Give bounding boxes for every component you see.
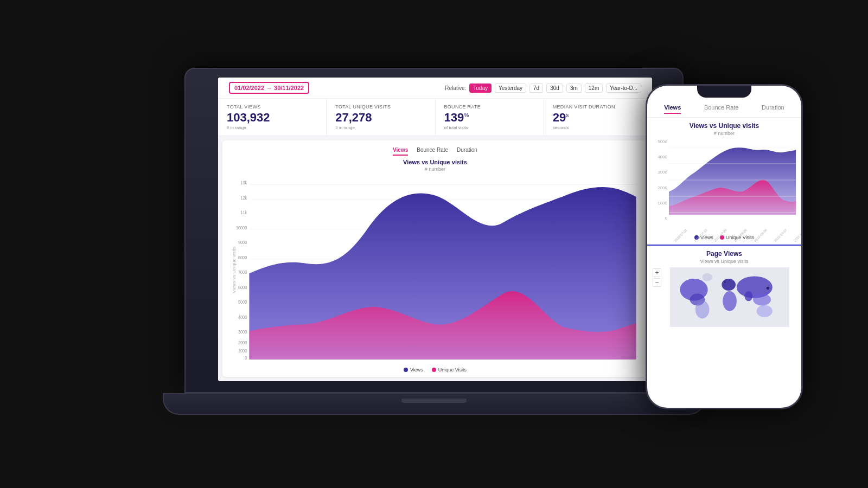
svg-text:4000: 4000 — [238, 314, 247, 320]
svg-text:3000: 3000 — [238, 330, 247, 335]
svg-text:11k: 11k — [240, 210, 247, 216]
legend-views: Views — [404, 367, 423, 373]
stat-unique-visits-sub: # in range — [335, 125, 426, 130]
y-0: 0 — [665, 216, 667, 221]
phone-chart-title: Views vs Unique visits — [653, 122, 796, 130]
page-views-title: Page Views — [653, 250, 796, 258]
stat-duration-sub: seconds — [553, 125, 643, 130]
svg-point-48 — [767, 287, 770, 290]
svg-text:1000: 1000 — [238, 349, 247, 354]
relative-yesterday[interactable]: Yesterday — [495, 84, 526, 93]
page-views-sub: Views vs Unique visits — [653, 259, 796, 264]
svg-text:2022-02: 2022-02 — [264, 364, 278, 365]
top-bar: 01/02/2022 → 30/11/2022 Relative: Today … — [218, 78, 652, 99]
svg-text:7000: 7000 — [238, 270, 247, 275]
phone-screen: Views Bounce Rate Duration Views vs Uniq… — [647, 86, 801, 408]
svg-point-42 — [722, 279, 736, 291]
phone-chart-svg — [669, 139, 796, 221]
relative-label: Relative: — [445, 85, 466, 91]
relative-bar: Relative: Today Yesterday 7d 30d 3m 12m … — [445, 84, 641, 93]
stat-duration-value: 29s — [553, 112, 643, 124]
relative-3m[interactable]: 3m — [566, 84, 582, 93]
phone-body: Views Bounce Rate Duration Views vs Uniq… — [646, 84, 803, 409]
relative-year[interactable]: Year-to-D... — [606, 84, 641, 93]
svg-point-47 — [703, 273, 712, 281]
date-start: 01/02/2022 — [234, 85, 264, 91]
laptop: 01/02/2022 → 30/11/2022 Relative: Today … — [163, 68, 705, 436]
phone-tab-views[interactable]: Views — [664, 104, 681, 114]
svg-text:2022-03: 2022-03 — [303, 364, 318, 365]
phone-chart-section: Views vs Unique visits # number 5000 400… — [647, 118, 801, 246]
relative-today[interactable]: Today — [469, 84, 492, 93]
tab-duration[interactable]: Duration — [457, 147, 477, 156]
phone-chart-area: 5000 4000 3000 2000 1000 0 — [653, 139, 796, 232]
map-zoom-out[interactable]: − — [653, 278, 661, 287]
stat-bounce-value: 139% — [444, 112, 535, 124]
stat-bounce-sub: of total visits — [444, 125, 535, 130]
chart-area: Views Bounce Rate Duration Views vs Uniq… — [222, 140, 648, 377]
stats-row: Total Views 103,932 # in range Total Uni… — [218, 99, 652, 136]
map-container — [663, 267, 796, 327]
svg-point-43 — [723, 291, 737, 311]
svg-text:2022-08: 2022-08 — [513, 364, 527, 365]
stat-unique-visits-value: 27,278 — [335, 112, 426, 124]
svg-text:6000: 6000 — [238, 285, 247, 290]
svg-text:2022-1: 2022-1 — [627, 364, 639, 365]
phone-x-axis: 2022-07-01 2022-07-15 2022-07-29 2022-08… — [669, 221, 796, 232]
phone-chart-sub: # number — [653, 131, 796, 136]
legend-views-dot — [404, 368, 408, 372]
svg-point-41 — [695, 300, 710, 318]
legend-views-label: Views — [410, 367, 423, 373]
legend-unique-label: Unique Visits — [438, 367, 467, 373]
map-zoom-in[interactable]: + — [653, 268, 661, 277]
tab-views[interactable]: Views — [393, 147, 408, 156]
map-controls: + − — [653, 268, 661, 287]
svg-text:2022-10: 2022-10 — [592, 364, 607, 365]
stat-total-views-label: Total Views — [227, 104, 317, 110]
svg-text:2022-05: 2022-05 — [388, 364, 403, 365]
svg-point-45 — [753, 294, 771, 306]
tab-bounce-rate[interactable]: Bounce Rate — [417, 147, 448, 156]
svg-text:12k: 12k — [240, 195, 247, 201]
phone-y-axis: 5000 4000 3000 2000 1000 0 — [653, 139, 669, 221]
relative-7d[interactable]: 7d — [529, 84, 543, 93]
date-arrow-icon: → — [266, 85, 272, 91]
y-3000: 3000 — [658, 170, 667, 175]
laptop-base — [163, 393, 705, 415]
y-4000: 4000 — [658, 155, 667, 159]
stat-duration: Median Visit Duration 29s seconds — [544, 99, 652, 136]
phone-tabs: Views Bounce Rate Duration — [647, 101, 801, 118]
chart-container: 13k 12k 11k 10000 9000 8000 7000 6000 50… — [231, 175, 639, 365]
svg-text:2022-07: 2022-07 — [473, 364, 488, 365]
stat-duration-label: Median Visit Duration — [553, 104, 643, 110]
legend-unique-dot — [432, 368, 436, 372]
stat-bounce-rate: Bounce Rate 139% of total visits — [436, 99, 544, 136]
stat-total-views: Total Views 103,932 # in range — [218, 99, 327, 136]
stat-total-views-value: 103,932 — [227, 112, 317, 124]
svg-text:8000: 8000 — [238, 255, 247, 260]
chart-legend: Views Unique Visits — [231, 367, 639, 373]
relative-30d[interactable]: 30d — [546, 84, 563, 93]
svg-text:5000: 5000 — [238, 300, 247, 305]
y-5000: 5000 — [658, 139, 667, 144]
svg-text:10000: 10000 — [236, 225, 247, 230]
y-2000: 2000 — [658, 185, 667, 190]
page-views-section: Page Views Views vs Unique visits + − — [647, 246, 801, 393]
phone-content: Views Bounce Rate Duration Views vs Uniq… — [647, 101, 801, 393]
date-range[interactable]: 01/02/2022 → 30/11/2022 — [229, 82, 309, 94]
chart-title: Views vs Unique visits — [231, 159, 639, 165]
phone-tab-duration[interactable]: Duration — [762, 104, 784, 114]
phone: Views Bounce Rate Duration Views vs Uniq… — [646, 84, 803, 409]
y-1000: 1000 — [658, 201, 667, 206]
stat-total-views-sub: # in range — [227, 125, 317, 130]
phone-tab-bounce[interactable]: Bounce Rate — [704, 104, 739, 114]
world-map-svg — [663, 267, 796, 327]
laptop-body: 01/02/2022 → 30/11/2022 Relative: Today … — [184, 68, 684, 393]
legend-unique: Unique Visits — [432, 367, 467, 373]
svg-text:2022-09: 2022-09 — [552, 364, 567, 365]
chart-tabs: Views Bounce Rate Duration — [231, 147, 639, 156]
relative-12m[interactable]: 12m — [585, 84, 603, 93]
svg-text:2000: 2000 — [238, 341, 247, 346]
laptop-screen: 01/02/2022 → 30/11/2022 Relative: Today … — [218, 78, 652, 381]
chart-svg: 13k 12k 11k 10000 9000 8000 7000 6000 50… — [231, 175, 639, 365]
